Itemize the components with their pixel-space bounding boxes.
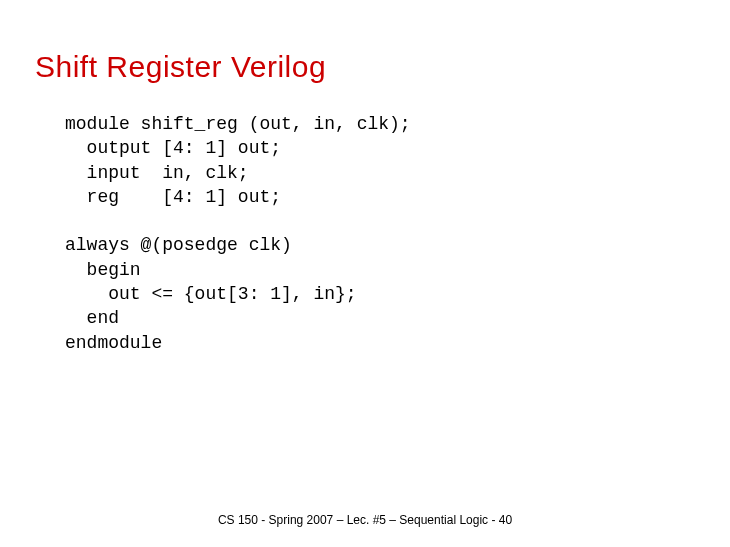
code-line: output [4: 1] out; — [65, 138, 281, 158]
code-block: module shift_reg (out, in, clk); output … — [65, 112, 695, 355]
code-line: begin — [65, 260, 141, 280]
code-line: endmodule — [65, 333, 162, 353]
slide: Shift Register Verilog module shift_reg … — [0, 0, 730, 547]
code-line: always @(posedge clk) — [65, 235, 292, 255]
code-line: module shift_reg (out, in, clk); — [65, 114, 411, 134]
slide-footer: CS 150 - Spring 2007 – Lec. #5 – Sequent… — [0, 513, 730, 527]
code-line: input in, clk; — [65, 163, 249, 183]
code-line: end — [65, 308, 119, 328]
code-line: reg [4: 1] out; — [65, 187, 281, 207]
slide-title: Shift Register Verilog — [35, 50, 695, 84]
code-line: out <= {out[3: 1], in}; — [65, 284, 357, 304]
